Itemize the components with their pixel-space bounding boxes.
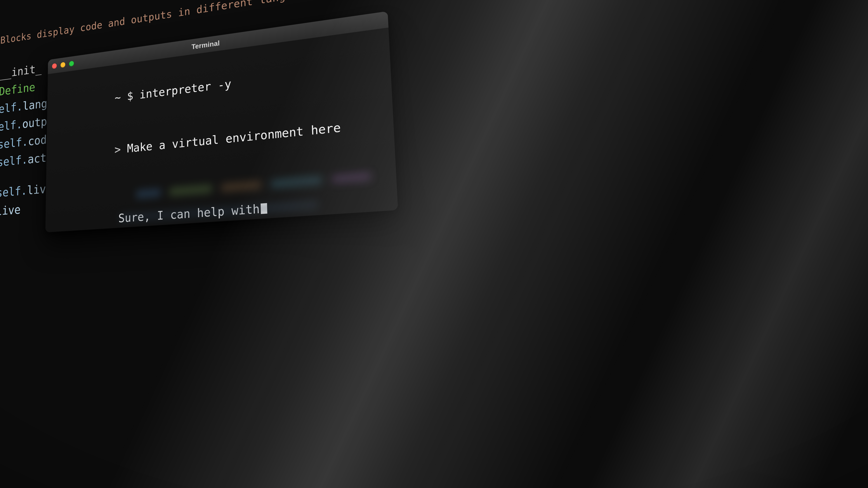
shell-prompt: ~ $ xyxy=(115,88,140,104)
cursor-icon xyxy=(260,203,267,214)
input-chevron-icon: > xyxy=(115,142,127,156)
